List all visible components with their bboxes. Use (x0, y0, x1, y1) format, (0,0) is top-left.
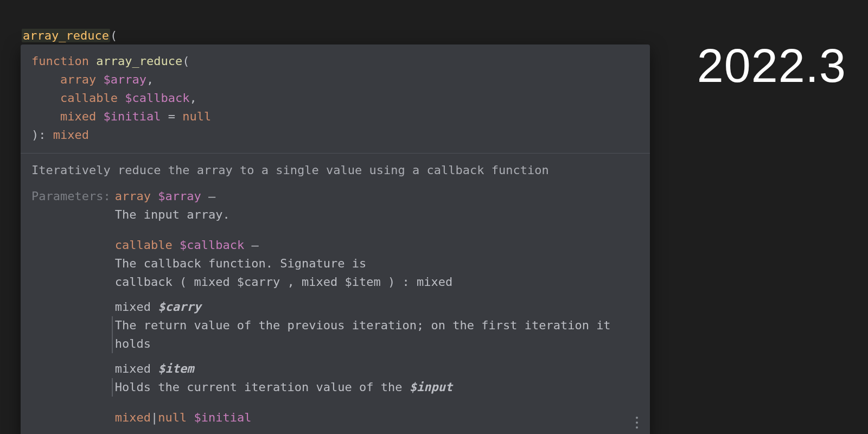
param-carry-name: $carry (158, 300, 201, 314)
param-callback-desc2: callback ( mixed $carry , mixed $item ) … (115, 273, 639, 291)
param-callback-name: $callback (180, 238, 244, 252)
param-array-desc: The input array. (115, 206, 639, 224)
editor-code-line[interactable]: array_reduce( (22, 27, 117, 44)
param-callback: callable $callback – The callback functi… (115, 236, 639, 291)
param-initial-type1: mixed (115, 411, 151, 424)
parameters-body: array $array – The input array. callable… (115, 187, 639, 427)
sig-p1-name: $array (103, 73, 146, 86)
sig-p1-type: array (60, 73, 96, 86)
sig-ret-colon: : (39, 128, 53, 142)
param-callback-dash: – (244, 238, 259, 252)
param-initial-name: $initial (194, 411, 251, 424)
sig-eq: = (161, 110, 182, 123)
param-item-desc-pre: Holds the current iteration value of the (115, 380, 410, 394)
param-item-name: $item (158, 362, 194, 375)
parameters-label: Parameters: (31, 187, 115, 427)
sig-ret-type: mixed (53, 128, 89, 142)
sig-function-name: array_reduce (96, 54, 182, 68)
description-block: Iteratively reduce the array to a single… (21, 154, 650, 434)
param-callback-type: callable (115, 238, 173, 252)
sig-p2-name: $callback (125, 91, 189, 105)
parameters-section: Parameters: array $array – The input arr… (31, 187, 639, 427)
param-array-dash: – (201, 189, 216, 203)
sig-open-paren: ( (182, 54, 189, 68)
param-initial-pipe: | (151, 411, 158, 424)
documentation-popup: function array_reduce( array $array, cal… (21, 44, 650, 434)
sig-p3-type: mixed (60, 110, 96, 123)
param-array-type: array (115, 189, 151, 203)
more-icon[interactable] (631, 415, 642, 430)
param-array-name: $array (158, 189, 201, 203)
summary-text: Iteratively reduce the array to a single… (31, 161, 639, 180)
param-item: mixed $item Holds the current iteration … (115, 360, 639, 397)
sig-p3-name: $initial (103, 110, 161, 123)
sig-p3-default: null (182, 110, 211, 123)
kw-function: function (31, 54, 89, 68)
signature-block: function array_reduce( array $array, cal… (21, 44, 650, 153)
sig-close-paren: ) (31, 128, 39, 142)
sig-comma2: , (189, 91, 196, 105)
sig-comma1: , (146, 73, 154, 86)
param-initial-type2: null (158, 411, 187, 424)
param-initial: mixed|null $initial (115, 409, 639, 427)
param-item-type: mixed (115, 362, 151, 375)
param-carry-type: mixed (115, 300, 151, 314)
param-item-desc-ref: $input (410, 380, 452, 394)
sig-p2-type: callable (60, 91, 118, 105)
param-carry-desc: The return value of the previous iterati… (112, 316, 639, 353)
editor-function-name: array_reduce (23, 29, 109, 42)
param-array: array $array – The input array. (115, 187, 639, 224)
param-callback-desc1: The callback function. Signature is (115, 254, 639, 273)
signature-text: function array_reduce( array $array, cal… (31, 52, 639, 144)
version-badge: 2022.3 (697, 38, 846, 93)
editor-open-paren: ( (110, 29, 117, 42)
param-carry: mixed $carry The return value of the pre… (115, 298, 639, 353)
code-tooltip-screenshot: 2022.3 array_reduce( function array_redu… (0, 0, 868, 434)
